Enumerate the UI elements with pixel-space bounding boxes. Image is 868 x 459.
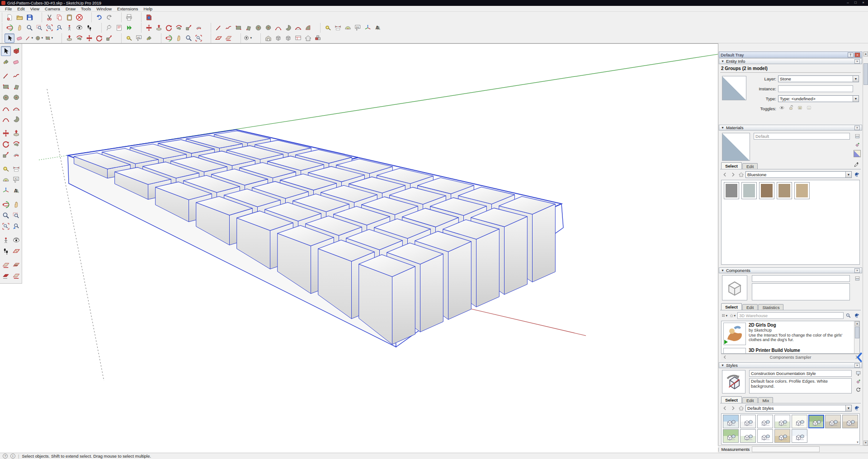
geolocation-status-icon[interactable]: ? [3,454,8,459]
in-model-icon[interactable] [853,405,860,412]
rectangle-button[interactable] [233,23,243,33]
scale-button[interactable] [104,33,114,43]
menu-tools[interactable]: Tools [78,6,94,12]
print-button[interactable] [124,13,134,22]
zoom-previous-button[interactable] [54,23,64,33]
measurements-input[interactable] [752,446,820,452]
style-name-field[interactable]: Construction Documentation Style [749,370,852,377]
look-around-button[interactable] [74,23,84,33]
protractor-button[interactable] [343,23,353,33]
hidden-toggle-eye-icon[interactable] [778,104,785,111]
dimension-button[interactable] [11,164,21,174]
style-thumb-style-tan-2[interactable] [842,415,858,428]
components-close-icon[interactable]: × [854,268,860,273]
default-material-icon[interactable] [854,150,861,157]
3d-warehouse-button[interactable] [263,33,273,43]
scale-button[interactable] [184,23,193,33]
copy-button[interactable] [54,13,64,22]
chevron-down-icon[interactable]: ▼ [845,172,851,178]
chevron-down-icon[interactable]: ▼ [845,405,851,411]
tray-title-bar[interactable]: Default Tray × [719,52,862,58]
style-thumb-style-white-2[interactable] [757,415,773,428]
layer-select[interactable]: Stone ▼ [778,75,859,82]
page-back-icon[interactable] [721,354,728,360]
zoom-button[interactable] [1,211,11,220]
line-button[interactable] [1,71,11,81]
styles-tab-mix[interactable]: Mix [758,397,773,403]
styles-header[interactable]: ▼ Styles × [719,362,862,368]
dynamic-components-button[interactable] [124,23,134,33]
3d-text-button[interactable] [373,23,382,33]
scroll-down-icon[interactable]: ▼ [863,440,868,445]
polygon-button[interactable] [11,93,21,103]
section-plane-button[interactable] [213,33,223,43]
collapse-arrow-icon[interactable]: ▼ [721,126,724,129]
materials-collection-select[interactable]: Bluestone ▼ [745,171,852,178]
dropdown-arrow-icon[interactable]: ▾ [41,36,44,40]
zoom-extents-button[interactable] [44,23,54,33]
line-button[interactable]: ▾ [24,33,34,43]
rotate-button[interactable] [164,23,174,33]
style-thumb-style-green-2[interactable] [740,429,756,443]
create-style-icon[interactable] [854,378,862,385]
style-thumb-style-sepia[interactable] [774,429,790,443]
style-thumb-style-tan-1[interactable] [825,415,841,428]
menu-file[interactable]: File [2,6,14,12]
material-swatch-bluestone-tan[interactable] [777,182,792,199]
circle-button[interactable]: ▾ [34,33,44,43]
cut-button[interactable] [44,13,54,22]
maximize-button[interactable]: □ [852,0,859,5]
position-camera-button[interactable] [1,235,11,245]
zoom-button[interactable] [184,33,193,43]
components-header[interactable]: ▼ Components × [719,267,862,273]
home-icon[interactable] [737,171,745,178]
dropdown-arrow-icon[interactable]: ▾ [51,36,54,40]
zoom-previous-button[interactable] [11,221,21,231]
freehand-button[interactable] [11,71,21,81]
section-plane-button[interactable] [11,246,21,256]
components-tab-edit[interactable]: Edit [742,304,758,310]
rotate-button[interactable] [94,33,104,43]
in-model-icon[interactable] [853,171,860,178]
menu-draw[interactable]: Draw [63,6,78,12]
show-secondary-pane-icon[interactable] [854,370,862,377]
zoom-window-button[interactable] [34,23,44,33]
forward-arrow-icon[interactable] [729,171,736,178]
share-model-button[interactable] [273,33,283,43]
two-point-arc-button[interactable] [293,23,303,33]
follow-me-button[interactable] [74,33,84,43]
lasso-select-button[interactable] [104,23,114,33]
materials-header[interactable]: ▼ Materials × [719,125,862,131]
material-swatch-bluestone-brown[interactable] [759,182,774,199]
style-thumb-style-green-ground[interactable] [774,415,790,428]
component-search-input[interactable] [737,312,844,319]
orbit-button[interactable] [5,23,14,33]
type-select[interactable]: Type: <undefined> ▼ [778,95,859,102]
offset-button[interactable] [11,150,21,160]
protractor-button[interactable] [1,175,11,185]
display-secondary-pane-icon[interactable] [854,275,861,282]
sample-paint-dropper-icon[interactable] [853,161,860,168]
axes-button[interactable] [1,186,11,196]
rectangle-button[interactable]: ▾ [44,33,54,43]
update-style-icon[interactable] [854,386,862,393]
redo-button[interactable] [104,13,114,22]
component-name-field[interactable] [752,275,850,282]
style-thumb-style-xray[interactable] [792,415,807,428]
styles-collection-select[interactable]: Default Styles ▼ [745,405,852,412]
locked-toggle-lock-icon[interactable] [787,104,794,111]
tray-close-icon[interactable]: × [854,52,860,57]
pie-button[interactable] [283,23,293,33]
material-name-field[interactable]: Default [754,133,850,140]
look-around-button[interactable] [11,235,21,245]
axes-button[interactable] [363,23,373,33]
component-list-item[interactable]: 2D Girls Dog by SketchUp Use the Interac… [722,321,854,347]
tape-measure-button[interactable] [124,33,134,43]
style-thumb-style-green-sel[interactable] [808,415,824,428]
orbit-button[interactable] [164,33,174,43]
forward-arrow-icon[interactable] [729,405,736,412]
zoom-window-button[interactable] [11,211,21,220]
menu-window[interactable]: Window [94,6,114,12]
circle-button[interactable] [253,23,263,33]
tape-measure-button[interactable] [323,23,333,33]
